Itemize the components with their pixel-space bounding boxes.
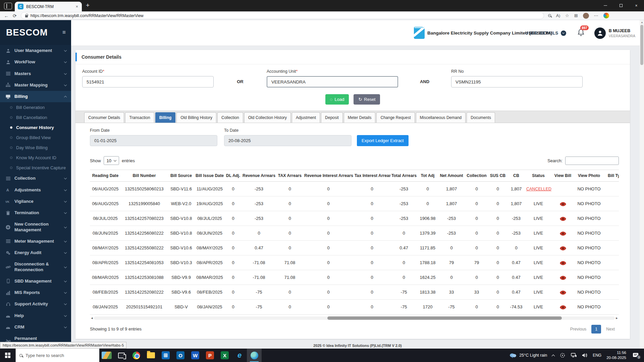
column-bill-number[interactable]: Bill Number	[121, 170, 168, 182]
tab-consumer-details[interactable]: Consumer Details	[84, 112, 124, 123]
tab-documents[interactable]: Documents	[467, 112, 495, 123]
browser-tab[interactable]: C BESCOM-TRM ×	[15, 2, 82, 11]
view-bill-eye-icon[interactable]	[560, 260, 566, 265]
new-tab-button[interactable]: +	[86, 2, 90, 9]
column-revenue-arrears[interactable]: Revenue Arrears	[241, 170, 276, 182]
column-view-photo[interactable]: View Photo	[574, 170, 604, 182]
sidebar-subitem-group-billed-view[interactable]: Group Billed View	[0, 132, 71, 142]
sidebar-item-workflow[interactable]: WorkFlow	[0, 56, 71, 68]
column-bill-ty[interactable]: Bill Ty	[604, 170, 619, 182]
sidebar-subitem-special-incentive-capture[interactable]: Special Incentive Capture	[0, 163, 71, 173]
tab-miscellaneous-demand[interactable]: Miscellaneous Demand	[416, 112, 466, 123]
sidebar-item-crm[interactable]: CRM	[0, 321, 71, 333]
tab-actions-icon[interactable]	[4, 3, 12, 9]
taskbar-search[interactable]: Type here to search	[15, 349, 99, 362]
start-button[interactable]	[0, 349, 15, 362]
tab-old-billing-history[interactable]: Old Billing History	[176, 112, 216, 123]
sidebar-subitem-day-wise-billing[interactable]: Day Wise Billing	[0, 142, 71, 153]
sidebar-subitem-bill-cancellation[interactable]: Bill Cancellation	[0, 112, 71, 122]
network-icon[interactable]	[571, 353, 577, 358]
search-input[interactable]	[565, 157, 619, 165]
sidebar-subitem-bill-generation[interactable]: Bill Generation	[0, 102, 71, 112]
column-collection[interactable]: Collection	[465, 170, 488, 182]
edge-icon[interactable]	[247, 349, 262, 362]
export-ledger-button[interactable]: Export Ledger Extract	[357, 135, 409, 146]
sidebar-item-user-management[interactable]: User Management	[0, 45, 71, 56]
current-page-button[interactable]: 1	[591, 325, 601, 334]
browser-profile-icon[interactable]	[583, 13, 589, 19]
tab-deposit[interactable]: Deposit	[321, 112, 343, 123]
page-size-select[interactable]: 10	[104, 156, 119, 165]
tab-adjustment[interactable]: Adjustment	[292, 112, 320, 123]
account-id-field[interactable]	[82, 76, 214, 87]
volume-icon[interactable]	[582, 353, 588, 358]
sidebar-item-meter-management[interactable]: Meter Management	[0, 236, 71, 247]
column-tax-interest-arrears[interactable]: Tax Interest Arrears	[354, 170, 390, 182]
sidebar-subitem-consumer-history[interactable]: Consumer History	[0, 122, 71, 132]
url-field[interactable]: https://bescom.trm.ieasybill.com/RRMaste…	[21, 12, 544, 19]
vscrollbar-thumb[interactable]	[640, 25, 643, 65]
tray-expand-icon[interactable]	[552, 354, 555, 358]
widgets-icon[interactable]	[99, 349, 114, 362]
view-bill-eye-icon[interactable]	[560, 231, 566, 236]
outlook-icon[interactable]: O	[173, 349, 188, 362]
sidebar-item-vigilance[interactable]: VKVigilance	[0, 196, 71, 207]
meet-now-icon[interactable]	[559, 353, 566, 358]
sidebar-item-energy-audit[interactable]: Energy Audit	[0, 247, 71, 258]
accounting-unit-field[interactable]	[267, 76, 398, 87]
column-bill-issue-date[interactable]: Bill Issue Date	[195, 170, 225, 182]
sidebar-item-sbd-management[interactable]: SBD Management	[0, 276, 71, 287]
hamburger-menu-icon[interactable]: ≡	[62, 29, 66, 36]
column-bill-source[interactable]: Bill Source	[168, 170, 195, 182]
view-bill-eye-icon[interactable]	[560, 275, 566, 280]
sidebar-item-collection[interactable]: Collection	[0, 173, 71, 184]
sidebar-item-billing[interactable]: Billing	[0, 91, 71, 102]
column-cb[interactable]: CB	[507, 170, 525, 182]
powerpoint-icon[interactable]: P	[203, 349, 217, 362]
column-sus-cb[interactable]: SUS CB	[488, 170, 507, 182]
excel-icon[interactable]: X	[217, 349, 232, 362]
previous-page-button[interactable]: Previous	[566, 325, 591, 334]
reset-button[interactable]: ↻Reset	[354, 94, 380, 105]
sidebar-item-master-mapping[interactable]: Master Mapping	[0, 79, 71, 91]
view-bill-eye-icon[interactable]	[560, 304, 566, 309]
maximize-button[interactable]	[613, 0, 629, 11]
sidebar-item-help[interactable]: Help	[0, 310, 71, 321]
back-icon[interactable]: ←	[4, 13, 9, 18]
tab-collection[interactable]: Collection	[217, 112, 243, 123]
user-avatar[interactable]	[594, 27, 606, 39]
file-explorer-icon[interactable]	[144, 349, 158, 362]
minimize-button[interactable]	[598, 0, 613, 11]
read-aloud-icon[interactable]: A)	[556, 13, 560, 18]
load-button[interactable]: ◌Load	[325, 94, 349, 105]
scroll-left-icon[interactable]: ◄	[90, 316, 94, 320]
user-details-menu[interactable]: USER DETAILS	[525, 31, 566, 36]
chrome-icon[interactable]	[129, 349, 144, 362]
column-total-arrears[interactable]: Total Arrears	[390, 170, 417, 182]
copilot-icon[interactable]	[603, 13, 609, 18]
clock[interactable]: 11:56 20-08-2025	[606, 350, 626, 360]
sidebar-item-adjustments[interactable]: AAdjustments	[0, 184, 71, 196]
next-page-button[interactable]: Next	[602, 325, 619, 334]
notifications-bell[interactable]: 897	[578, 28, 584, 38]
tab-close-icon[interactable]: ×	[75, 4, 79, 9]
view-bill-eye-icon[interactable]	[560, 201, 566, 206]
scroll-up-icon[interactable]: ▲	[641, 21, 643, 24]
sidebar-item-disconnection-reconnection[interactable]: Disconnection & Reconnection	[0, 258, 71, 276]
tab-meter-details[interactable]: Meter Details	[344, 112, 376, 123]
vertical-scrollbar[interactable]: ▲	[640, 20, 644, 349]
sidebar-item-termination[interactable]: Termination	[0, 207, 71, 219]
sidebar-item-masters[interactable]: Masters	[0, 68, 71, 79]
close-button[interactable]: ×	[629, 0, 644, 11]
zoom-out-icon[interactable]	[548, 14, 551, 17]
sidebar-item-mis-reports[interactable]: MIS Reports	[0, 287, 71, 298]
action-center-icon[interactable]: 3	[631, 353, 640, 358]
language-indicator[interactable]: ENG	[593, 353, 601, 358]
view-bill-eye-icon[interactable]	[560, 290, 566, 295]
column-revenue-interest-arrears[interactable]: Revenue Interest Arrears	[303, 170, 354, 182]
more-options-icon[interactable]: ⋯	[594, 13, 598, 18]
column-reading-date[interactable]: Reading Date	[90, 170, 121, 182]
column-status[interactable]: Status	[525, 170, 551, 182]
status-cancelled[interactable]: CANCELLED	[526, 187, 551, 191]
tab-transaction[interactable]: Transaction	[125, 112, 154, 123]
